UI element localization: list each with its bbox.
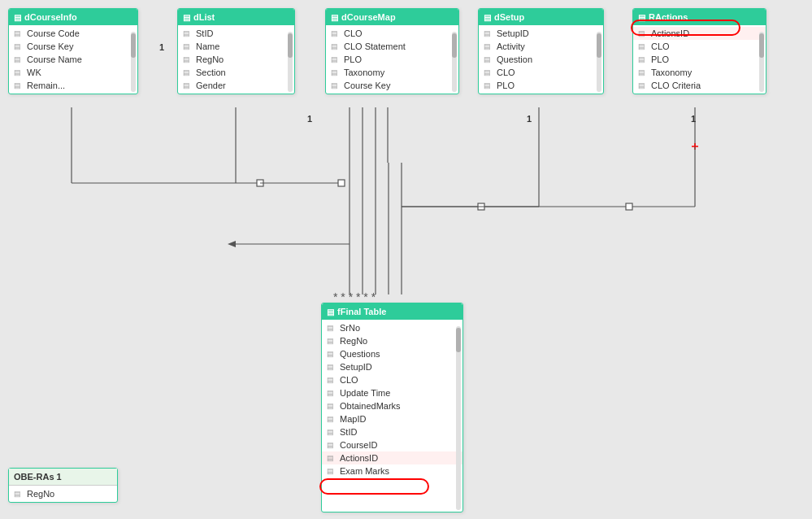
table-row: ▤ CLO bbox=[479, 66, 603, 79]
table-row: ▤ RegNo bbox=[322, 334, 462, 347]
scrollbar-thumb bbox=[452, 33, 457, 58]
field-label: Section bbox=[196, 68, 226, 77]
table-title: dList bbox=[193, 12, 215, 22]
table-oberas[interactable]: OBE-RAs 1 ▤ RegNo bbox=[8, 468, 118, 503]
table-body: ▤ ActionsID ▤ CLO ▤ PLO ▤ Taxonomy ▤ CLO… bbox=[633, 25, 766, 94]
field-label: Update Time bbox=[340, 388, 390, 398]
field-label: Gender bbox=[196, 81, 226, 90]
field-label: CLO bbox=[651, 41, 670, 51]
row-icon: ▤ bbox=[327, 441, 337, 449]
table-row: ▤ CLO Statement bbox=[326, 40, 458, 53]
table-title: RActions bbox=[649, 12, 688, 22]
row-icon: ▤ bbox=[327, 350, 337, 358]
row-icon: ▤ bbox=[327, 454, 337, 462]
table-icon: ▤ bbox=[484, 13, 491, 22]
canvas: * * * * * * ▤ dCourseInfo ▤ Course Code … bbox=[0, 0, 812, 519]
table-row: ▤ Questions bbox=[322, 347, 462, 360]
table-row: ▤ PLO bbox=[479, 79, 603, 92]
table-dcourseinfo[interactable]: ▤ dCourseInfo ▤ Course Code ▤ Course Key… bbox=[8, 8, 138, 94]
table-row: ▤ RegNo bbox=[178, 53, 294, 66]
field-label: RegNo bbox=[340, 336, 367, 346]
table-row: ▤ Activity bbox=[479, 40, 603, 53]
row-icon: ▤ bbox=[327, 428, 337, 436]
field-label: Questions bbox=[340, 349, 380, 359]
table-row: ▤ CLO bbox=[326, 27, 458, 40]
relation-label-1: 1 bbox=[159, 42, 164, 52]
scrollbar[interactable] bbox=[759, 32, 764, 92]
table-row: ▤ SetupID bbox=[322, 360, 462, 373]
row-icon: ▤ bbox=[14, 68, 24, 76]
row-icon: ▤ bbox=[331, 55, 341, 63]
table-row: ▤ Remain... bbox=[9, 79, 137, 92]
row-icon: ▤ bbox=[484, 29, 493, 37]
table-row: ▤ Name bbox=[178, 40, 294, 53]
field-label: Question bbox=[497, 55, 532, 64]
table-row: ▤ StID bbox=[322, 425, 462, 438]
svg-text:* * * * * *: * * * * * * bbox=[333, 290, 376, 303]
row-icon: ▤ bbox=[327, 324, 337, 332]
row-icon: ▤ bbox=[327, 337, 337, 345]
scrollbar[interactable] bbox=[131, 32, 136, 92]
row-icon: ▤ bbox=[331, 42, 341, 50]
field-label: CourseID bbox=[340, 440, 377, 450]
table-row: ▤ Course Key bbox=[326, 79, 458, 92]
row-icon: ▤ bbox=[484, 42, 493, 50]
table-icon: ▤ bbox=[331, 13, 338, 22]
table-row: ▤ CLO bbox=[322, 373, 462, 386]
row-icon: ▤ bbox=[327, 376, 337, 384]
row-icon: ▤ bbox=[14, 29, 24, 37]
field-label: Activity bbox=[497, 41, 525, 51]
table-ffinaltable[interactable]: ▤ fFinal Table ▤ SrNo ▤ RegNo ▤ Question… bbox=[321, 303, 463, 512]
row-icon: ▤ bbox=[638, 29, 648, 37]
relation-label-3: 1 bbox=[527, 114, 532, 124]
row-icon: ▤ bbox=[638, 81, 648, 89]
field-label: SetupID bbox=[340, 362, 372, 372]
row-icon: ▤ bbox=[331, 81, 341, 89]
table-dsetup[interactable]: ▤ dSetup ▤ SetupID ▤ Activity ▤ Question… bbox=[478, 8, 604, 94]
scrollbar-thumb bbox=[131, 33, 136, 58]
field-label: PLO bbox=[344, 55, 362, 64]
table-row: ▤ SetupID bbox=[479, 27, 603, 40]
table-ractions[interactable]: ▤ RActions ▤ ActionsID ▤ CLO ▤ PLO ▤ Tax… bbox=[632, 8, 766, 94]
table-row: ▤ CourseID bbox=[322, 438, 462, 451]
field-label: CLO bbox=[497, 68, 515, 77]
table-title: OBE-RAs 1 bbox=[14, 472, 62, 482]
table-dlist[interactable]: ▤ dList ▤ StID ▤ Name ▤ RegNo ▤ Section … bbox=[177, 8, 295, 94]
table-title: dCourseInfo bbox=[24, 12, 77, 22]
table-row: ▤ Course Name bbox=[9, 53, 137, 66]
scrollbar[interactable] bbox=[456, 326, 461, 510]
field-label: Exam Marks bbox=[340, 466, 389, 476]
field-label: CLO Statement bbox=[344, 41, 406, 51]
scrollbar-thumb bbox=[597, 33, 601, 58]
table-header-dsetup: ▤ dSetup bbox=[479, 9, 603, 25]
relation-label-4: 1 bbox=[691, 114, 696, 124]
table-row: ▤ CLO bbox=[633, 40, 766, 53]
svg-rect-3 bbox=[257, 180, 263, 186]
table-row: ▤ Taxonomy bbox=[633, 66, 766, 79]
table-row: ▤ ObtainedMarks bbox=[322, 399, 462, 412]
table-row: ▤ Course Key bbox=[9, 40, 137, 53]
svg-rect-22 bbox=[626, 203, 632, 210]
field-label: SrNo bbox=[340, 323, 360, 333]
scrollbar[interactable] bbox=[288, 32, 293, 92]
scrollbar[interactable] bbox=[597, 32, 601, 92]
table-title: dSetup bbox=[494, 12, 524, 22]
row-icon: ▤ bbox=[327, 389, 337, 397]
field-label: Taxonomy bbox=[651, 68, 692, 77]
scrollbar[interactable] bbox=[452, 32, 457, 92]
field-label: RegNo bbox=[196, 55, 224, 64]
table-body: ▤ CLO ▤ CLO Statement ▤ PLO ▤ Taxonomy ▤… bbox=[326, 25, 458, 94]
table-row: ▤ WK bbox=[9, 66, 137, 79]
scrollbar-thumb bbox=[759, 33, 764, 58]
field-label: CLO Criteria bbox=[651, 81, 701, 90]
table-header-dcoursemap: ▤ dCourseMap bbox=[326, 9, 458, 25]
field-label: StID bbox=[196, 28, 213, 38]
row-icon: ▤ bbox=[327, 363, 337, 371]
table-header-ffinaltable: ▤ fFinal Table bbox=[322, 303, 462, 320]
table-icon: ▤ bbox=[638, 13, 645, 22]
table-dcoursemap[interactable]: ▤ dCourseMap ▤ CLO ▤ CLO Statement ▤ PLO… bbox=[325, 8, 459, 94]
table-row: ▤ Question bbox=[479, 53, 603, 66]
scrollbar-thumb bbox=[288, 33, 293, 58]
table-row: ▤ Exam Marks bbox=[322, 464, 462, 478]
table-row-actionsid: ▤ ActionsID bbox=[633, 27, 766, 40]
